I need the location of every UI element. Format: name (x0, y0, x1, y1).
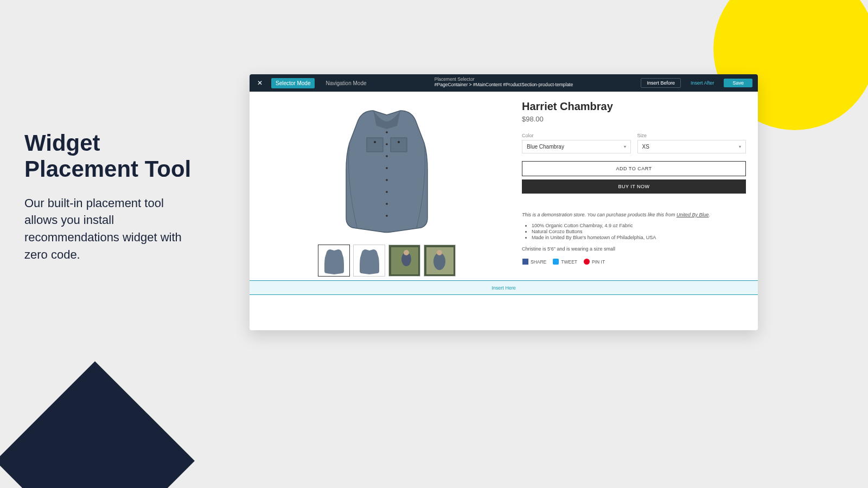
svg-point-5 (386, 167, 388, 169)
svg-point-2 (386, 131, 388, 133)
svg-point-3 (386, 143, 388, 145)
placement-toolbar: ✕ Selector Mode Navigation Mode Placemen… (250, 74, 758, 92)
color-value: Blue Chambray (527, 144, 564, 150)
size-label: Size (637, 133, 746, 138)
svg-point-0 (374, 141, 376, 143)
svg-point-7 (386, 191, 388, 193)
feature-item: Natural Corozo Buttons (532, 229, 746, 234)
selector-mode-button[interactable]: Selector Mode (271, 78, 315, 88)
brand-link[interactable]: United By Blue (676, 212, 709, 217)
save-button[interactable]: Save (724, 79, 752, 87)
color-label: Color (522, 133, 631, 138)
svg-point-6 (386, 179, 388, 181)
decorative-diamond (0, 361, 195, 488)
page-description: Our built-in placement tool allows you i… (24, 195, 198, 264)
social-buttons: SHARE TWEET PIN IT (522, 258, 746, 265)
thumbnail-2[interactable] (353, 245, 385, 277)
insert-here-marker[interactable]: Insert Here (250, 280, 758, 295)
chevron-down-icon: ▾ (624, 144, 626, 149)
selector-label: Placement Selector (435, 76, 573, 82)
product-price: $98.00 (522, 115, 746, 123)
svg-point-15 (437, 250, 442, 255)
close-icon[interactable]: ✕ (255, 78, 265, 88)
feature-item: 100% Organic Cotton Chambray, 4.9 oz Fab… (532, 223, 746, 228)
shirt-illustration (330, 105, 444, 235)
facebook-icon (522, 259, 528, 265)
svg-point-4 (386, 155, 388, 157)
buy-now-button[interactable]: BUY IT NOW (522, 179, 746, 194)
svg-point-9 (386, 215, 388, 217)
selector-readout: Placement Selector #PageContainer > #Mai… (435, 76, 573, 87)
size-value: XS (642, 144, 649, 150)
share-twitter-button[interactable]: TWEET (552, 258, 578, 265)
color-select[interactable]: Blue Chambray ▾ (522, 140, 631, 153)
pinterest-icon (584, 259, 590, 265)
thumbnail-3[interactable] (388, 245, 420, 277)
insert-after-button[interactable]: Insert After (685, 79, 720, 87)
page-title: Widget Placement Tool (24, 130, 198, 183)
insert-before-button[interactable]: Insert Before (641, 78, 681, 88)
svg-point-1 (398, 141, 400, 143)
app-screenshot: ✕ Selector Mode Navigation Mode Placemen… (250, 74, 758, 330)
thumbnail-1[interactable] (318, 245, 350, 277)
product-main-image (316, 100, 457, 240)
selector-path: #PageContainer > #MainContent #ProductSe… (435, 82, 573, 87)
share-pinterest-button[interactable]: PIN IT (583, 258, 605, 265)
marketing-copy: Widget Placement Tool Our built-in place… (24, 130, 198, 264)
feature-item: Made in United By Blue's hometown of Phi… (532, 235, 746, 240)
product-thumbnails (261, 245, 512, 277)
feature-list: 100% Organic Cotton Chambray, 4.9 oz Fab… (522, 223, 746, 241)
product-title: Harriet Chambray (522, 100, 746, 113)
size-select[interactable]: XS ▾ (637, 140, 746, 153)
model-note: Christine is 5'6" and is wearing a size … (522, 246, 746, 252)
share-facebook-button[interactable]: SHARE (522, 258, 547, 265)
add-to-cart-button[interactable]: ADD TO CART (522, 161, 746, 176)
svg-point-8 (386, 203, 388, 205)
twitter-icon (553, 259, 559, 265)
chevron-down-icon: ▾ (739, 144, 741, 149)
thumbnail-4[interactable] (424, 245, 456, 277)
navigation-mode-button[interactable]: Navigation Mode (321, 78, 371, 88)
svg-point-12 (404, 250, 409, 255)
demo-note: This is a demonstration store. You can p… (522, 212, 746, 217)
